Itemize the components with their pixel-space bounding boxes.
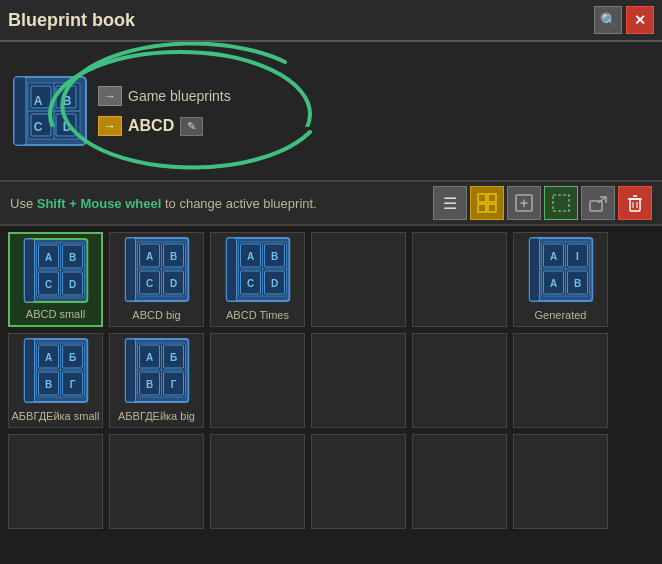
svg-rect-14 bbox=[478, 194, 486, 202]
svg-text:Г: Г bbox=[69, 379, 75, 390]
abvg-small-icon: А Б В Г bbox=[23, 338, 88, 403]
toolbar: ☰ + bbox=[433, 186, 652, 220]
select-button[interactable] bbox=[544, 186, 578, 220]
svg-text:D: D bbox=[270, 278, 277, 289]
generated-icon: A I A B bbox=[528, 237, 593, 302]
svg-rect-16 bbox=[478, 204, 486, 212]
svg-text:B: B bbox=[270, 251, 277, 262]
blueprint-cell-abcd-times[interactable]: A B C D ABCD Times bbox=[210, 232, 305, 327]
shortcut-highlight: Shift + Mouse wheel bbox=[37, 196, 162, 211]
grid-row-2: А Б В Г АБВГДЕйка small bbox=[8, 333, 654, 428]
abvg-big-label: АБВГДЕйка big bbox=[116, 410, 197, 423]
grid-empty-12 bbox=[513, 434, 608, 529]
blueprint-cell-abcd-small[interactable]: A B C D ABCD small bbox=[8, 232, 103, 327]
svg-text:I: I bbox=[576, 251, 579, 262]
edit-blueprint-button[interactable]: ✎ bbox=[180, 117, 203, 136]
svg-text:Г: Г bbox=[170, 379, 176, 390]
svg-rect-21 bbox=[590, 201, 602, 211]
blueprint-grid: A B C D ABCD small bbox=[0, 226, 662, 564]
active-arrow-badge: → bbox=[98, 116, 122, 136]
active-breadcrumb-label: ABCD bbox=[128, 117, 174, 135]
blueprint-cell-abvg-big[interactable]: А Б В Г АБВГДЕйка big bbox=[109, 333, 204, 428]
abvg-big-icon: А Б В Г bbox=[124, 338, 189, 403]
grid-empty-5 bbox=[412, 333, 507, 428]
grid-view-button[interactable] bbox=[470, 186, 504, 220]
svg-text:В: В bbox=[145, 379, 152, 390]
abcd-big-label: ABCD big bbox=[130, 309, 182, 322]
svg-text:C: C bbox=[34, 120, 43, 134]
svg-text:Б: Б bbox=[169, 352, 176, 363]
svg-rect-29 bbox=[24, 239, 34, 302]
import-button[interactable]: + bbox=[507, 186, 541, 220]
grid-empty-7 bbox=[8, 434, 103, 529]
svg-text:A: A bbox=[44, 252, 51, 263]
blueprint-cell-generated[interactable]: A I A B Generated bbox=[513, 232, 608, 327]
window-title: Blueprint book bbox=[8, 10, 135, 31]
grid-empty-10 bbox=[311, 434, 406, 529]
svg-text:D: D bbox=[169, 278, 176, 289]
abcd-small-label: ABCD small bbox=[24, 308, 87, 321]
svg-text:+: + bbox=[520, 195, 528, 211]
svg-rect-55 bbox=[226, 238, 236, 301]
svg-text:A: A bbox=[145, 251, 152, 262]
parent-breadcrumb-label: Game blueprints bbox=[128, 88, 231, 104]
svg-text:A: A bbox=[549, 251, 556, 262]
delete-icon bbox=[625, 193, 645, 213]
export-button[interactable] bbox=[581, 186, 615, 220]
search-button[interactable]: 🔍 bbox=[594, 6, 622, 34]
svg-text:A: A bbox=[246, 251, 253, 262]
select-icon bbox=[551, 193, 571, 213]
grid-empty-6 bbox=[513, 333, 608, 428]
grid-row-3 bbox=[8, 434, 654, 529]
svg-text:B: B bbox=[68, 252, 75, 263]
delete-button[interactable] bbox=[618, 186, 652, 220]
abcd-times-icon: A B C D bbox=[225, 237, 290, 302]
svg-text:А: А bbox=[145, 352, 152, 363]
grid-empty-4 bbox=[311, 333, 406, 428]
svg-text:C: C bbox=[44, 279, 51, 290]
grid-row-1: A B C D ABCD small bbox=[8, 232, 654, 327]
svg-text:B: B bbox=[573, 278, 580, 289]
breadcrumb-active: → ABCD ✎ bbox=[98, 116, 231, 136]
large-blueprint-icon: A B C D bbox=[10, 71, 90, 151]
search-icon: 🔍 bbox=[600, 12, 617, 28]
svg-rect-20 bbox=[553, 195, 569, 211]
parent-arrow-icon: → bbox=[104, 89, 116, 103]
svg-text:Б: Б bbox=[68, 352, 75, 363]
parent-arrow-badge: → bbox=[98, 86, 122, 106]
grid-empty-3 bbox=[210, 333, 305, 428]
blueprint-cell-abvg-small[interactable]: А Б В Г АБВГДЕйка small bbox=[8, 333, 103, 428]
close-icon: ✕ bbox=[634, 12, 646, 28]
blueprint-cell-abcd-big[interactable]: A B C D ABCD big bbox=[109, 232, 204, 327]
grid-icon bbox=[477, 193, 497, 213]
svg-text:A: A bbox=[34, 94, 43, 108]
svg-rect-23 bbox=[630, 199, 640, 211]
svg-text:B: B bbox=[169, 251, 176, 262]
breadcrumb-content: → Game blueprints → ABCD ✎ bbox=[98, 86, 231, 136]
active-arrow-icon: → bbox=[104, 119, 116, 133]
abvg-small-label: АБВГДЕйка small bbox=[10, 410, 102, 423]
generated-label: Generated bbox=[533, 309, 589, 322]
close-button[interactable]: ✕ bbox=[626, 6, 654, 34]
svg-text:В: В bbox=[44, 379, 51, 390]
grid-empty-8 bbox=[109, 434, 204, 529]
breadcrumb-area: A B C D → Game blueprints bbox=[0, 42, 662, 182]
svg-text:D: D bbox=[63, 120, 72, 134]
svg-rect-68 bbox=[529, 238, 539, 301]
grid-empty-1 bbox=[311, 232, 406, 327]
svg-text:А: А bbox=[44, 352, 51, 363]
title-buttons: 🔍 ✕ bbox=[594, 6, 654, 34]
list-view-button[interactable]: ☰ bbox=[433, 186, 467, 220]
import-icon: + bbox=[514, 193, 534, 213]
blueprint-book-window: Blueprint book 🔍 ✕ A B bbox=[0, 0, 662, 564]
info-text: Use Shift + Mouse wheel to change active… bbox=[10, 196, 317, 211]
breadcrumb-parent[interactable]: → Game blueprints bbox=[98, 86, 231, 106]
abcd-small-icon: A B C D bbox=[23, 238, 88, 303]
svg-rect-17 bbox=[488, 204, 496, 212]
grid-empty-2 bbox=[412, 232, 507, 327]
svg-text:A: A bbox=[549, 278, 556, 289]
svg-rect-15 bbox=[488, 194, 496, 202]
svg-rect-1 bbox=[14, 77, 26, 145]
svg-text:C: C bbox=[246, 278, 253, 289]
abcd-times-label: ABCD Times bbox=[224, 309, 291, 322]
